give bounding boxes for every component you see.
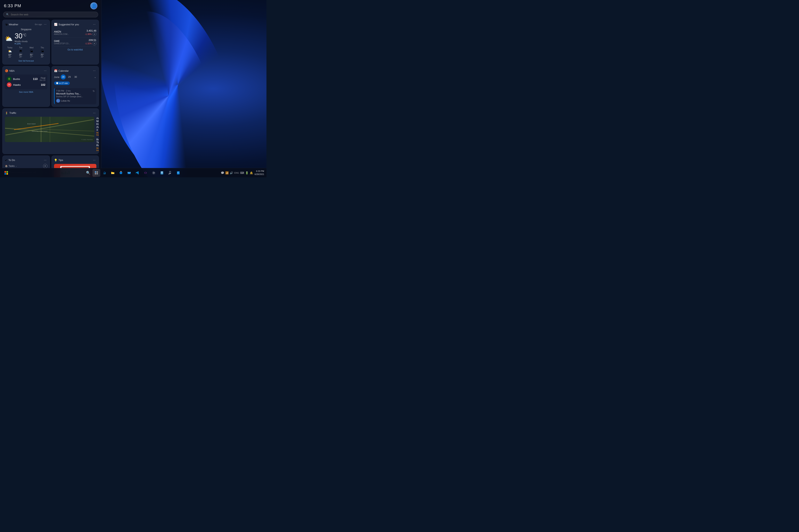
nba-widget: 🏀 NBA ··· B Bucks 113 Final Jun 28	[2, 66, 50, 107]
forecast-hi-wed: 31°	[26, 53, 36, 56]
forecast-day-wed: Wed 🌤 31° 27°	[26, 46, 36, 58]
battery-icon[interactable]: 🔋	[245, 171, 249, 174]
stock-amzn-add-icon[interactable]: +	[92, 32, 96, 36]
taskbar-widgets-icon[interactable]	[92, 169, 100, 177]
wechat-icon[interactable]: 💬	[221, 171, 224, 174]
win-pane-red	[4, 171, 6, 173]
traffic-widget: 🚦 Traffic ··· Brani Island Mar	[2, 108, 99, 154]
forecast-lo-thu: 26°	[37, 56, 47, 58]
weather-unit: °C	[22, 33, 26, 37]
forecast-lo-today: 26°	[5, 56, 15, 58]
svg-rect-10	[162, 173, 163, 173]
map-label-marina: Marina Bay Cruise Centre	[32, 131, 48, 132]
svg-rect-7	[161, 172, 163, 172]
tasks-home-icon: 🏠	[5, 165, 8, 167]
calendar-month: June	[54, 76, 59, 78]
todo-menu-icon[interactable]: ···	[43, 158, 47, 162]
start-button[interactable]	[2, 169, 10, 177]
traffic-menu-icon[interactable]: ···	[92, 111, 96, 115]
traffic-icon: 🚦	[5, 112, 8, 115]
bucks-score: 113	[33, 77, 37, 80]
calendar-day-29[interactable]: 29	[67, 74, 72, 79]
forecast-icon-tue: 🌧	[16, 49, 25, 53]
widgets-panel: 6:33 PM 🔍 🌤 Weather 6m ago ··· Singapore…	[0, 0, 102, 177]
stocks-icon: 📈	[54, 23, 57, 26]
todo-icon: ✔	[5, 159, 7, 162]
search-input[interactable]	[11, 13, 95, 16]
weather-rain: ▾ 22%	[15, 42, 28, 45]
svg-rect-2	[95, 173, 96, 174]
taskbar: 🔍	[0, 168, 267, 177]
stock-amzn-price: 3,401.46	[85, 29, 96, 32]
weather-icon: 🌤	[5, 23, 7, 26]
forecast-day-thu: Thu 🌤 31° 26°	[37, 46, 47, 58]
taskbar-clock[interactable]: 6:33 PM 6/28/2021	[255, 170, 264, 176]
taskbar-edge-icon[interactable]	[101, 169, 108, 177]
tips-menu-icon[interactable]: ···	[92, 158, 96, 162]
stock-amzn-change: -1.38% +	[85, 32, 96, 36]
taskbar-store-icon[interactable]	[117, 169, 125, 177]
calendar-event-title: Microsoft Suzhou Toa...	[56, 92, 83, 95]
svg-rect-1	[96, 171, 98, 173]
stock-gme-add-icon[interactable]: +	[92, 41, 96, 45]
taskbar-center: 🔍	[84, 169, 182, 177]
forecast-label-wed: Wed	[26, 46, 36, 49]
taskbar-devtools-icon[interactable]	[142, 169, 149, 177]
weather-header: 🌤 Weather 6m ago ···	[5, 22, 48, 26]
tasks-add-button[interactable]: +	[43, 164, 48, 168]
see-full-forecast-link[interactable]: See full forecast	[5, 60, 48, 62]
weather-location: Singapore	[5, 28, 48, 31]
svg-rect-17	[177, 171, 180, 174]
tasks-chevron-icon: ⌄	[15, 165, 17, 167]
avatar[interactable]	[90, 2, 97, 10]
weather-forecast: Today ⛅ 32° 26° Tue 🌧 29° 26° Wed 🌤 31° …	[5, 46, 48, 58]
calendar-chevron-icon[interactable]: ⌄	[94, 75, 96, 78]
calendar-refresh-icon[interactable]: ↻	[93, 90, 95, 93]
weather-title: Weather	[9, 23, 18, 26]
calendar-menu-icon[interactable]: ···	[92, 69, 96, 73]
svg-rect-15	[169, 171, 171, 173]
forecast-icon-today: ⛅	[5, 49, 15, 53]
todo-title: To Do	[8, 159, 15, 162]
go-watchlist-link[interactable]: Go to watchlist	[54, 47, 96, 52]
search-icon: 🔍	[6, 13, 9, 16]
taskbar-settings-icon[interactable]	[150, 169, 158, 177]
svg-rect-3	[96, 173, 98, 174]
notification-icon[interactable]: 🔔	[250, 171, 253, 174]
hawks-score: 102	[41, 83, 45, 86]
stock-gme-change: -1.32% +	[85, 41, 96, 45]
lang-indicator[interactable]: ENG	[234, 172, 239, 174]
calendar-day-30[interactable]: 30	[73, 74, 78, 79]
taskbar-todo-icon[interactable]	[175, 169, 182, 177]
svg-point-5	[153, 172, 154, 173]
stock-amzn-source: AMAZON.COM...	[54, 33, 69, 35]
taskbar-phone-icon[interactable]	[166, 169, 174, 177]
weather-big-icon: ⛅	[5, 35, 13, 42]
forecast-hi-thu: 31°	[37, 53, 47, 56]
nba-menu-icon[interactable]: ···	[43, 69, 47, 73]
volume-icon[interactable]: 🔊	[230, 171, 233, 174]
calendar-icon: 📅	[54, 69, 57, 72]
see-more-nba-link[interactable]: See more NBA	[5, 91, 48, 93]
hawks-name: Hawks	[13, 83, 21, 86]
search-bar[interactable]: 🔍	[3, 12, 98, 17]
svg-rect-9	[162, 173, 162, 173]
calendar-day-28[interactable]: 28	[61, 74, 66, 79]
stocks-menu-icon[interactable]: ···	[92, 22, 96, 26]
taskbar-mail-icon[interactable]	[125, 169, 133, 177]
panel-time: 6:33 PM	[4, 3, 21, 8]
taskbar-left	[2, 169, 10, 177]
network-icon[interactable]: 📶	[225, 171, 229, 174]
taskbar-explorer-icon[interactable]	[109, 169, 117, 177]
forecast-lo-tue: 26°	[16, 56, 25, 58]
calendar-nav: June 28 29 30 ⌄	[54, 74, 96, 79]
stock-gme-name: GME	[54, 40, 70, 42]
taskbar-search-icon[interactable]: 🔍	[84, 169, 92, 177]
bucks-name: Bucks	[13, 78, 20, 80]
calendar-event-time: 7:00 PM · 2 hrs	[56, 90, 83, 92]
taskbar-vscode-icon[interactable]	[133, 169, 141, 177]
attendee-name: Lukas Hu	[61, 99, 70, 102]
taskbar-calc-icon[interactable]	[158, 169, 166, 177]
weather-menu-icon[interactable]: ···	[43, 22, 47, 26]
keyboard-icon[interactable]: ⌨	[240, 171, 244, 174]
